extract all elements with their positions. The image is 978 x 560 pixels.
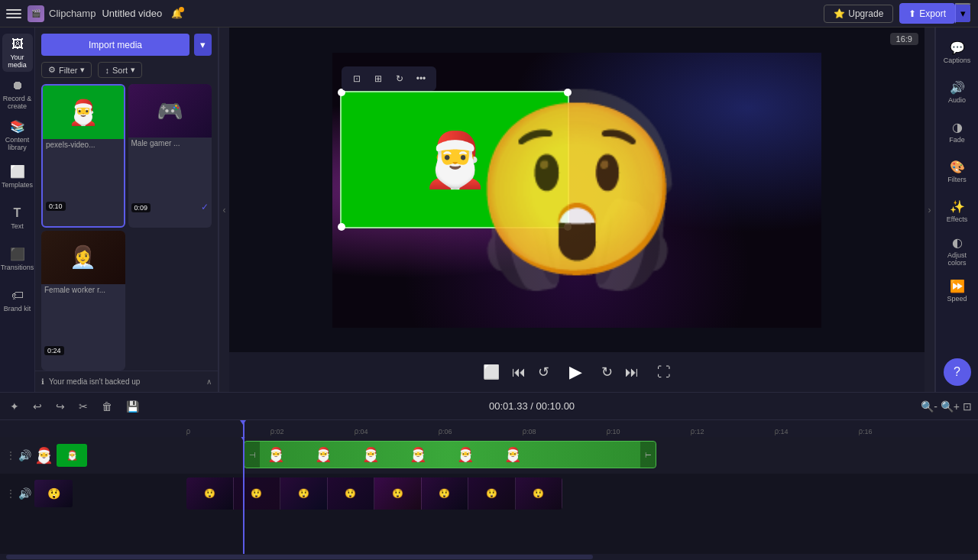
media-item-female-worker[interactable]: 👩‍💼 0:24 Female worker r... (41, 231, 125, 371)
sidebar-item-label: Content library (2, 136, 33, 151)
zoom-out-button[interactable]: 🔍- (921, 400, 938, 413)
sidebar-item-content-library[interactable]: 📚 Content library (2, 116, 33, 154)
zoom-in-button[interactable]: 🔍+ (941, 400, 960, 413)
delete-button[interactable]: 🗑 (98, 398, 116, 415)
left-sidebar: 🖼 Your media ⏺ Record & create 📚 Content… (0, 28, 35, 392)
sidebar-item-text[interactable]: T Text (2, 199, 33, 237)
video-frame-4: 😲 (328, 477, 375, 510)
sidebar-item-brand-kit[interactable]: 🏷 Brand kit (2, 281, 33, 319)
sidebar-item-transitions[interactable]: ⬛ Transitions (2, 240, 33, 278)
import-media-dropdown[interactable]: ▾ (194, 34, 212, 56)
video-frame-1: 😲 (186, 477, 234, 510)
video-frame-5: 😲 (374, 477, 422, 510)
video-clip[interactable]: 😲 😲 😲 😲 😲 😲 😲 😲 (186, 477, 562, 510)
filter-dropdown-icon: ▾ (80, 65, 85, 75)
right-tool-speed[interactable]: ⏩ Speed (939, 272, 976, 309)
fit-button[interactable]: ⊡ (963, 400, 972, 413)
timeline-scrollbar[interactable] (0, 554, 978, 560)
speed-label: Speed (947, 295, 967, 303)
skip-forward-button[interactable]: ⏭ (625, 364, 639, 380)
import-media-button[interactable]: Import media (41, 34, 189, 56)
play-button[interactable]: ▶ (562, 358, 589, 386)
fast-forward-button[interactable]: ↻ (601, 364, 613, 380)
save-button[interactable]: 💾 (122, 398, 143, 415)
media-duration-badge: 0:24 (44, 346, 64, 355)
adjust-colors-icon: ◐ (952, 235, 963, 250)
logo-icon: 🎬 (28, 5, 44, 22)
redo-button[interactable]: ↪ (52, 398, 69, 415)
export-button[interactable]: ⬆ Export (899, 3, 955, 24)
filter-button[interactable]: ⚙ Filter ▾ (41, 62, 92, 78)
ruler-playhead (243, 420, 244, 437)
menu-icon[interactable] (6, 6, 21, 21)
media-duration-badge: 0:09 (131, 203, 151, 212)
santa-track-content[interactable]: ⊣ 🎅 🎅 🎅 🎅 🎅 🎅 ⊢ (186, 437, 978, 474)
track-menu-icon-2: ⋮ (6, 488, 15, 499)
more-options-button[interactable]: ••• (412, 70, 430, 88)
track-menu-icon: ⋮ (6, 450, 15, 461)
rotate-tool-button[interactable]: ↻ (390, 70, 409, 88)
right-tool-adjust-colors[interactable]: ◐ Adjust colors (939, 232, 976, 269)
sidebar-item-templates[interactable]: ⬜ Templates (2, 157, 33, 196)
preview-area: 16:9 😲 🎧 (229, 28, 925, 392)
media-duration-badge: 0:10 (46, 202, 66, 211)
right-tool-filters[interactable]: 🎨 Filters (939, 153, 976, 189)
media-item-male-gamer[interactable]: 🎮 0:09 ✓ Male gamer ... (128, 84, 212, 228)
filters-label: Filters (947, 176, 967, 183)
magic-button[interactable]: ✦ (6, 398, 23, 415)
video-track-content[interactable]: 😲 😲 😲 😲 😲 😲 😲 😲 (186, 475, 978, 512)
right-tool-captions[interactable]: 💬 Captions (939, 34, 976, 70)
crop-tool-button[interactable]: ⊡ (348, 70, 366, 88)
right-panel-collapse-handle[interactable]: › (925, 28, 935, 392)
audio-icon: 🔊 (950, 80, 965, 95)
sort-icon: ↕ (105, 66, 109, 75)
undo-button[interactable]: ↩ (29, 398, 46, 415)
panel-collapse-handle[interactable]: ‹ (219, 28, 229, 392)
crop-view-button[interactable]: ⬜ (483, 364, 500, 380)
collapse-backup-button[interactable]: ∧ (206, 377, 212, 386)
ruler-mark-8: 0:08 (523, 428, 607, 435)
ruler-mark-0: 0 (186, 428, 270, 435)
right-tool-effects[interactable]: ✨ Effects (939, 193, 976, 229)
rewind-button[interactable]: ↺ (538, 364, 549, 380)
media-item-label: Male gamer ... (128, 138, 212, 151)
media-item-label: Female worker r... (41, 284, 125, 297)
aspect-ratio-badge: 16:9 (890, 34, 918, 44)
topbar: 🎬 Clipchamp Untitled video 🔔 ⭐ Upgrade ⬆… (0, 0, 978, 28)
ruler-mark-2: 0:02 (270, 428, 355, 435)
cut-button[interactable]: ✂ (75, 398, 92, 415)
notification-bell[interactable]: 🔔 (171, 8, 183, 19)
help-button[interactable]: ? (944, 358, 971, 386)
sidebar-item-label: Your media (2, 53, 33, 69)
upgrade-button[interactable]: ⭐ Upgrade (824, 5, 893, 23)
audio-label: Audio (948, 96, 966, 104)
timeline-zoom-controls: 🔍- 🔍+ ⊡ (921, 400, 972, 413)
video-frame-6: 😲 (422, 477, 469, 510)
clip-left-handle[interactable]: ⊣ (244, 442, 260, 468)
fullscreen-button[interactable]: ⛶ (657, 364, 671, 380)
right-tool-fade[interactable]: ◑ Fade (939, 113, 976, 150)
track-volume-icon: 🔊 (18, 449, 31, 461)
skip-back-button[interactable]: ⏮ (512, 364, 526, 380)
project-title[interactable]: Untitled video (102, 8, 162, 19)
track-volume-icon-2: 🔊 (18, 487, 31, 500)
sidebar-item-your-media[interactable]: 🖼 Your media (2, 34, 33, 72)
timeline-ruler: 0 0:02 0:04 0:06 0:08 0:10 0:12 0:14 0:1… (0, 420, 978, 437)
effects-icon: ✨ (950, 199, 965, 214)
media-item-pexels-video[interactable]: 🎅 0:10 pexels-video... (41, 84, 125, 228)
sidebar-item-record-create[interactable]: ⏺ Record & create (2, 75, 33, 113)
preview-canvas: 16:9 😲 🎧 (229, 28, 925, 352)
santa-track-label: ⋮ 🔊 🎅 🎅 (0, 444, 186, 467)
green-screen-clip[interactable]: ⊣ 🎅 🎅 🎅 🎅 🎅 🎅 ⊢ (244, 441, 656, 468)
filter-icon: ⚙ (48, 65, 56, 75)
sort-button[interactable]: ↕ Sort ▾ (98, 62, 142, 78)
scrollbar-thumb[interactable] (6, 555, 593, 559)
clip-right-handle[interactable]: ⊢ (640, 442, 656, 468)
export-dropdown-button[interactable]: ▾ (955, 3, 972, 24)
export-arrow-icon: ⬆ (908, 8, 916, 19)
main-layout: 🖼 Your media ⏺ Record & create 📚 Content… (0, 28, 978, 392)
video-frame-7: 😲 (468, 477, 516, 510)
resize-tool-button[interactable]: ⊞ (369, 70, 387, 88)
captions-label: Captions (944, 57, 971, 64)
right-tool-audio[interactable]: 🔊 Audio (939, 73, 976, 110)
